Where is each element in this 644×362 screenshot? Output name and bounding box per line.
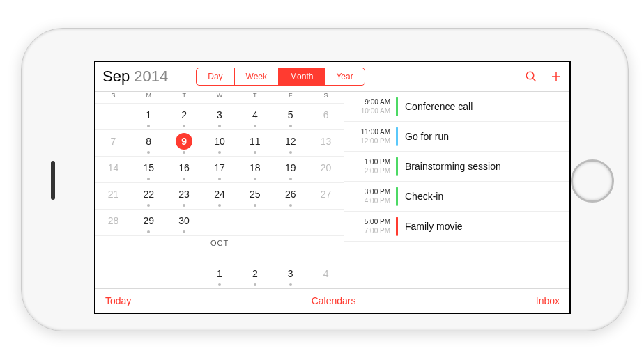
day-number: 7 xyxy=(105,133,121,150)
calendar-day[interactable]: 21 xyxy=(95,182,131,209)
calendar-pane: SMTWTFS 12345678910111213141516171819202… xyxy=(95,92,344,288)
dow-label: F xyxy=(273,92,308,103)
event-dot xyxy=(289,178,292,180)
calendar-day[interactable]: 19 xyxy=(273,156,308,182)
calendar-day[interactable]: 8 xyxy=(131,129,167,156)
calendar-day[interactable]: 28 xyxy=(95,209,131,235)
event-title: Family movie xyxy=(405,221,462,232)
day-number: 2 xyxy=(247,265,263,282)
svg-line-1 xyxy=(532,78,536,81)
calendar-day[interactable]: 10 xyxy=(202,129,238,156)
calendars-button[interactable]: Calendars xyxy=(131,295,535,306)
event-row[interactable]: 1:00 PM2:00 PMBrainstorming session xyxy=(344,152,569,182)
day-number: 30 xyxy=(176,212,192,229)
calendar-day xyxy=(167,262,202,288)
events-list: 9:00 AM10:00 AMConference call11:00 AM12… xyxy=(344,92,569,288)
event-dot xyxy=(147,178,150,180)
event-dot xyxy=(289,125,292,127)
calendar-day[interactable]: 1 xyxy=(202,262,238,288)
calendar-day[interactable]: 5 xyxy=(273,103,308,129)
calendar-day[interactable]: 20 xyxy=(308,156,344,182)
header: Sep 2014 DayWeekMonthYear xyxy=(95,62,569,92)
segment-week[interactable]: Week xyxy=(235,68,279,85)
day-number: 14 xyxy=(105,159,121,176)
device-frame: Sep 2014 DayWeekMonthYear SMTWTFS 123456… xyxy=(21,28,629,331)
event-row[interactable]: 9:00 AM10:00 AMConference call xyxy=(344,92,569,122)
calendar-day[interactable]: 22 xyxy=(131,182,167,209)
calendar-day[interactable]: 1 xyxy=(131,103,167,129)
dow-label: S xyxy=(308,92,344,103)
event-color-bar xyxy=(396,187,398,206)
calendar-day[interactable]: 14 xyxy=(95,156,131,182)
event-times: 3:00 PM4:00 PM xyxy=(348,187,390,205)
calendar-day[interactable]: 13 xyxy=(308,129,344,156)
today-button[interactable]: Today xyxy=(105,295,131,306)
event-dot xyxy=(218,178,221,180)
calendar-day[interactable]: 23 xyxy=(167,182,202,209)
day-number: 21 xyxy=(105,186,121,203)
inbox-button[interactable]: Inbox xyxy=(536,295,560,306)
calendar-day[interactable]: 11 xyxy=(237,129,273,156)
dow-label: T xyxy=(167,92,202,103)
event-times: 9:00 AM10:00 AM xyxy=(348,97,390,116)
segment-day[interactable]: Day xyxy=(197,68,234,85)
calendar-grid: 1234567891011121314151617181920212223242… xyxy=(95,103,344,288)
calendar-day[interactable]: 12 xyxy=(273,129,308,156)
event-row[interactable]: 3:00 PM4:00 PMCheck-in xyxy=(344,182,569,212)
calendar-day[interactable]: 18 xyxy=(237,156,273,182)
day-number: 27 xyxy=(318,186,335,203)
day-number: 17 xyxy=(211,159,228,176)
calendar-day[interactable]: 17 xyxy=(202,156,238,182)
search-icon[interactable] xyxy=(525,70,537,83)
calendar-day[interactable]: 29 xyxy=(131,209,167,235)
calendar-day[interactable]: 3 xyxy=(202,103,238,129)
day-number: 16 xyxy=(176,159,192,176)
home-button[interactable] xyxy=(571,159,614,203)
day-number: 2 xyxy=(176,107,192,123)
calendar-day xyxy=(308,209,344,235)
add-event-icon[interactable] xyxy=(550,70,562,83)
day-number: 3 xyxy=(282,265,299,282)
view-segmented-control[interactable]: DayWeekMonthYear xyxy=(196,68,365,86)
calendar-day[interactable]: 4 xyxy=(237,103,273,129)
day-number: 13 xyxy=(318,133,335,150)
day-number: 4 xyxy=(318,265,335,282)
speaker-slot xyxy=(51,161,55,200)
day-number: 5 xyxy=(282,107,299,123)
day-number: 19 xyxy=(282,159,299,176)
dow-label: M xyxy=(131,92,167,103)
calendar-day[interactable]: 2 xyxy=(167,103,202,129)
day-number: 18 xyxy=(247,159,263,176)
calendar-day[interactable]: 27 xyxy=(308,182,344,209)
event-dot xyxy=(147,125,150,127)
day-number: 9 xyxy=(176,133,192,150)
event-dot xyxy=(183,151,185,154)
calendar-day[interactable]: 30 xyxy=(167,209,202,235)
day-number: 11 xyxy=(247,133,263,150)
calendar-day[interactable]: 4 xyxy=(308,262,344,288)
calendar-day[interactable]: 9 xyxy=(167,129,202,156)
event-dot xyxy=(147,230,150,233)
calendar-day[interactable]: 15 xyxy=(131,156,167,182)
day-number: 8 xyxy=(140,133,157,150)
calendar-day[interactable]: 24 xyxy=(202,182,238,209)
calendar-day[interactable]: 25 xyxy=(237,182,273,209)
segment-year[interactable]: Year xyxy=(325,68,364,85)
calendar-day[interactable]: 6 xyxy=(308,103,344,129)
day-number: 23 xyxy=(176,186,192,203)
calendar-day[interactable]: 7 xyxy=(95,129,131,156)
calendar-day[interactable]: 26 xyxy=(273,182,308,209)
event-row[interactable]: 11:00 AM12:00 PMGo for run xyxy=(344,122,569,152)
segment-month[interactable]: Month xyxy=(279,68,325,85)
calendar-day[interactable]: 16 xyxy=(167,156,202,182)
event-times: 1:00 PM2:00 PM xyxy=(348,157,390,175)
day-number: 6 xyxy=(318,107,335,123)
calendar-day[interactable]: 2 xyxy=(237,262,273,288)
day-number: 3 xyxy=(211,107,228,123)
day-number: 15 xyxy=(140,159,157,176)
event-dot xyxy=(218,125,221,127)
calendar-day[interactable]: 3 xyxy=(273,262,308,288)
calendar-day xyxy=(95,262,131,288)
event-row[interactable]: 5:00 PM7:00 PMFamily movie xyxy=(344,212,569,242)
day-number: 28 xyxy=(105,212,121,229)
